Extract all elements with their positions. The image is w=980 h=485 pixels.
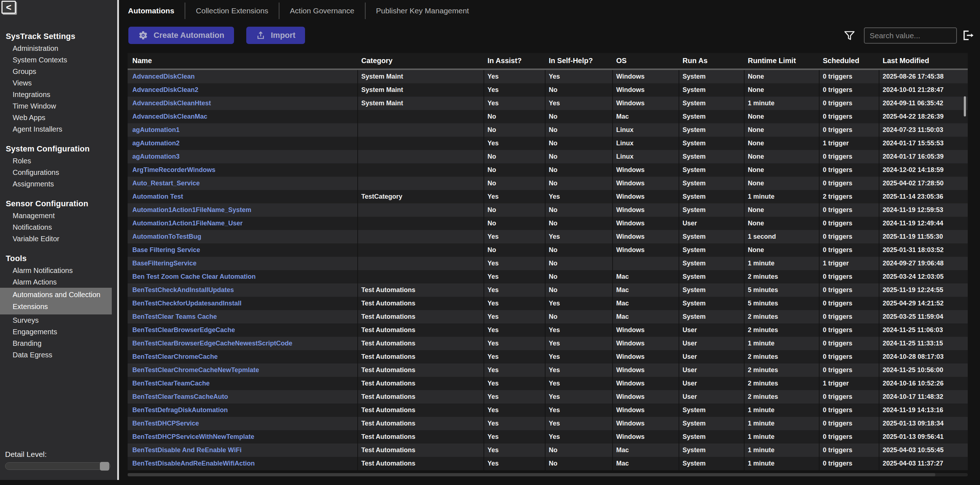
sidebar-item-automations-and-collection-extensions[interactable]: Automations and Collection Extensions [0, 288, 112, 315]
table-row[interactable]: BenTestClearTeamCacheTest AutomationsYes… [128, 377, 968, 390]
horizontal-scrollbar-track[interactable] [128, 473, 968, 476]
cell-name[interactable]: Automation1Action1FileName_User [128, 217, 358, 230]
tab-collection-extensions[interactable]: Collection Extensions [185, 6, 279, 15]
cell-name[interactable]: agAutomation3 [128, 150, 358, 163]
table-row[interactable]: BenTestCheckAndInstallUpdatesTest Automa… [128, 283, 968, 297]
table-row[interactable]: AdvancedDiskCleanHtestSystem MaintYesYes… [128, 97, 968, 110]
cell-name[interactable]: Automation Test [128, 190, 358, 204]
sidebar-item-groups[interactable]: Groups [0, 66, 117, 77]
cell-name[interactable]: BenTestClearBrowserEdgeCacheNewestScript… [128, 337, 358, 350]
sidebar-item-web-apps[interactable]: Web Apps [0, 112, 117, 123]
cell-name[interactable]: agAutomation2 [128, 137, 358, 150]
table-row[interactable]: BaseFilteringServiceYesNoSystem1 minute1… [128, 257, 968, 270]
column-header-os[interactable]: OS [613, 57, 679, 65]
cell-name[interactable]: AutomationToTestBug [128, 230, 358, 243]
table-row[interactable]: ArgTimeRecorderWindowsNoNoWindowsSystemN… [128, 163, 968, 177]
table-row[interactable]: BenTestDisableAndReEnableWifiActionTest … [128, 457, 968, 470]
cell-name[interactable]: Automation1Action1FileName_System [128, 204, 358, 217]
cell-name[interactable]: AdvancedDiskCleanHtest [128, 97, 358, 110]
cell-name[interactable]: BenTestDHCPService [128, 417, 358, 430]
cell-name[interactable]: AdvancedDiskClean2 [128, 83, 358, 97]
cell-name[interactable]: BenTestClearTeamsCacheAuto [128, 390, 358, 404]
cell-name[interactable]: Base Filtering Service [128, 243, 358, 257]
sidebar-item-branding[interactable]: Branding [0, 337, 117, 349]
sidebar-item-integrations[interactable]: Integrations [0, 89, 117, 100]
sidebar-item-data-egress[interactable]: Data Egress [0, 349, 117, 361]
filter-icon[interactable] [843, 29, 856, 44]
table-row[interactable]: BenTestDisable And ReEnable WiFiTest Aut… [128, 444, 968, 457]
cell-name[interactable]: BaseFilteringService [128, 257, 358, 270]
table-row[interactable]: BenTestCheckforUpdatesandInstallTest Aut… [128, 297, 968, 310]
cell-name[interactable]: AdvancedDiskCleanMac [128, 110, 358, 123]
table-row[interactable]: Automation1Action1FileName_UserNoNoWindo… [128, 217, 968, 230]
table-row[interactable]: Auto_Restart_ServiceNoNoWindowsSystemNon… [128, 177, 968, 190]
sidebar-item-alarm-notifications[interactable]: Alarm Notifications [0, 265, 117, 276]
sidebar-item-administration[interactable]: Administration [0, 43, 117, 54]
tab-automations[interactable]: Automations [128, 6, 185, 15]
sidebar-item-assignments[interactable]: Assignments [0, 178, 117, 190]
cell-name[interactable]: Ben Test Zoom Cache Clear Automation [128, 270, 358, 283]
sidebar-item-roles[interactable]: Roles [0, 155, 117, 167]
cell-name[interactable]: Auto_Restart_Service [128, 177, 358, 190]
sidebar-item-configurations[interactable]: Configurations [0, 167, 117, 178]
sidebar-item-views[interactable]: Views [0, 77, 117, 89]
column-header-in-self-help[interactable]: In Self-Help? [546, 57, 613, 65]
table-row[interactable]: Automation TestTestCategoryYesYesWindows… [128, 190, 968, 204]
detail-level-slider[interactable] [5, 462, 110, 470]
cell-name[interactable]: BenTestClearBrowserEdgeCache [128, 323, 358, 337]
cell-name[interactable]: BenTestClear Teams Cache [128, 310, 358, 323]
column-header-in-assist[interactable]: In Assist? [484, 57, 546, 65]
cell-name[interactable]: BenTestClearChromeCache [128, 350, 358, 364]
table-row[interactable]: Base Filtering ServiceNoNoWindowsSystemN… [128, 243, 968, 257]
create-automation-button[interactable]: Create Automation [128, 27, 234, 44]
sidebar-item-engagements[interactable]: Engagements [0, 326, 117, 337]
sidebar-collapse-button[interactable]: < [2, 1, 16, 14]
column-header-runtime-limit[interactable]: Runtime Limit [745, 57, 819, 65]
table-row[interactable]: BenTestClearBrowserEdgeCacheNewestScript… [128, 337, 968, 350]
table-row[interactable]: BenTestClear Teams CacheTest Automations… [128, 310, 968, 323]
table-row[interactable]: BenTestClearBrowserEdgeCacheTest Automat… [128, 323, 968, 337]
sidebar-item-agent-installers[interactable]: Agent Installers [0, 123, 117, 135]
cell-name[interactable]: BenTestDisableAndReEnableWifiAction [128, 457, 358, 470]
sidebar-item-notifications[interactable]: Notifications [0, 221, 117, 233]
table-row[interactable]: BenTestDefragDiskAutomationTest Automati… [128, 404, 968, 417]
column-header-run-as[interactable]: Run As [679, 57, 745, 65]
cell-name[interactable]: BenTestCheckAndInstallUpdates [128, 283, 358, 297]
sidebar-item-variable-editor[interactable]: Variable Editor [0, 233, 117, 245]
column-header-scheduled[interactable]: Scheduled [819, 57, 880, 65]
table-row[interactable]: AdvancedDiskClean2System MaintYesNoWindo… [128, 83, 968, 97]
cell-name[interactable]: agAutomation1 [128, 123, 358, 137]
import-button[interactable]: Import [246, 27, 305, 44]
cell-name[interactable]: BenTestDefragDiskAutomation [128, 404, 358, 417]
column-header-category[interactable]: Category [358, 57, 484, 65]
detail-level-slider-thumb[interactable] [100, 462, 109, 471]
sidebar-item-management[interactable]: Management [0, 210, 117, 221]
horizontal-scrollbar-thumb[interactable] [128, 473, 935, 476]
table-row[interactable]: AdvancedDiskCleanMacNoNoMacSystemNone0 t… [128, 110, 968, 123]
table-row[interactable]: BenTestClearChromeCacheNewTepmlateTest A… [128, 364, 968, 377]
sidebar-item-surveys[interactable]: Surveys [0, 315, 117, 326]
table-row[interactable]: AdvancedDiskCleanSystem MaintYesYesWindo… [128, 70, 968, 83]
column-header-name[interactable]: Name [128, 57, 358, 65]
tab-publisher-key-management[interactable]: Publisher Key Management [366, 6, 480, 15]
table-row[interactable]: Ben Test Zoom Cache Clear AutomationYesN… [128, 270, 968, 283]
tab-action-governance[interactable]: Action Governance [280, 6, 365, 15]
vertical-scrollbar-thumb[interactable] [964, 96, 966, 116]
table-row[interactable]: agAutomation2YesNoLinuxSystemNone1 trigg… [128, 137, 968, 150]
table-row[interactable]: agAutomation3NoNoLinuxSystemNone0 trigge… [128, 150, 968, 163]
search-input[interactable] [864, 27, 957, 44]
column-header-last-modified[interactable]: Last Modified [880, 57, 968, 65]
table-row[interactable]: BenTestClearTeamsCacheAutoTest Automatio… [128, 390, 968, 404]
cell-name[interactable]: ArgTimeRecorderWindows [128, 163, 358, 177]
export-icon[interactable] [961, 28, 975, 44]
sidebar-item-alarm-actions[interactable]: Alarm Actions [0, 276, 117, 288]
cell-name[interactable]: AdvancedDiskClean [128, 70, 358, 83]
table-row[interactable]: agAutomation1NoNoLinuxSystemNone0 trigge… [128, 123, 968, 137]
cell-name[interactable]: BenTestCheckforUpdatesandInstall [128, 297, 358, 310]
cell-name[interactable]: BenTestDisable And ReEnable WiFi [128, 444, 358, 457]
table-row[interactable]: BenTestDHCPServiceWithNewTemplateTest Au… [128, 430, 968, 444]
table-row[interactable]: BenTestDHCPServiceTest AutomationsYesYes… [128, 417, 968, 430]
table-row[interactable]: Automation1Action1FileName_SystemNoNoWin… [128, 204, 968, 217]
cell-name[interactable]: BenTestClearChromeCacheNewTepmlate [128, 364, 358, 377]
cell-name[interactable]: BenTestDHCPServiceWithNewTemplate [128, 430, 358, 444]
